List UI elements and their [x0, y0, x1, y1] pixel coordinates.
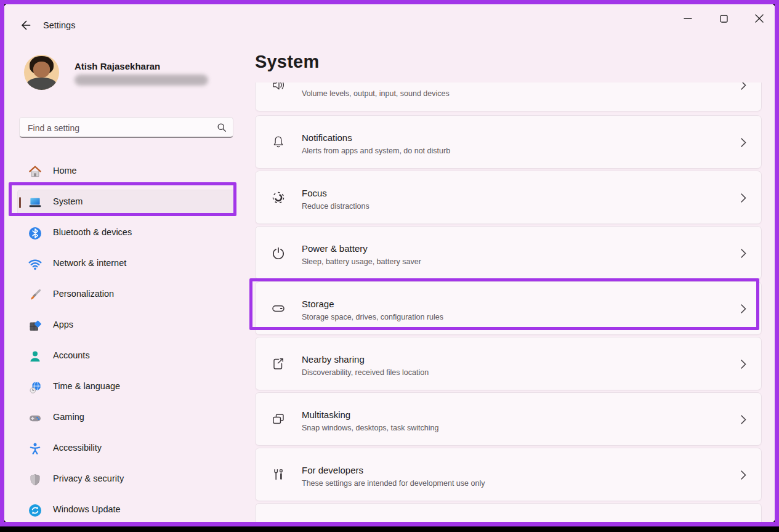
chevron-right-icon	[741, 138, 746, 147]
card-title: Focus	[302, 188, 327, 198]
card-subtitle: Alerts from apps and system, do not dist…	[302, 147, 450, 155]
sidebar-item-label: Home	[53, 166, 77, 175]
settings-card-storage[interactable]: Storage Storage space, drives, configura…	[255, 281, 762, 335]
avatar	[24, 55, 59, 90]
card-title: Multitasking	[302, 409, 350, 420]
sidebar-item-label: Personalization	[53, 289, 114, 299]
chevron-right-icon	[741, 83, 746, 90]
sidebar-item-label: Accessibility	[53, 443, 102, 453]
sidebar-item-gaming[interactable]: Gaming	[17, 405, 236, 431]
check-circle-icon	[270, 522, 286, 523]
chevron-right-icon	[741, 249, 746, 258]
sidebar-item-system[interactable]: System	[17, 190, 236, 216]
profile-name: Atish Rajasekharan	[75, 61, 160, 71]
card-subtitle: Storage space, drives, configuration rul…	[302, 313, 443, 321]
accessibility-icon	[28, 441, 42, 456]
selected-accent-bar	[19, 197, 21, 208]
profile-email-blurred	[75, 75, 208, 86]
card-subtitle: Volume levels, output, input, sound devi…	[302, 89, 450, 98]
settings-card-power-battery[interactable]: Power & battery Sleep, battery usage, ba…	[255, 226, 762, 280]
card-subtitle: Snap windows, desktops, task switching	[302, 424, 438, 432]
sidebar-item-label: Apps	[53, 320, 73, 329]
settings-card-multitasking[interactable]: Multitasking Snap windows, desktops, tas…	[255, 392, 762, 446]
sidebar-item-accounts[interactable]: Accounts	[17, 344, 236, 369]
share-icon	[270, 356, 286, 372]
search-box	[19, 117, 233, 138]
card-subtitle: Discoverability, received files location	[302, 368, 429, 377]
maximize-button[interactable]	[714, 10, 733, 27]
chevron-right-icon	[741, 415, 746, 424]
settings-screenshot: Settings Atish Rajasekharan Hom	[0, 0, 779, 532]
minimize-icon	[684, 14, 692, 23]
card-subtitle: Reduce distractions	[302, 202, 369, 211]
settings-window: Settings Atish Rajasekharan Hom	[4, 4, 775, 523]
settings-card-notifications[interactable]: Notifications Alerts from apps and syste…	[255, 115, 762, 169]
wifi-icon	[28, 257, 42, 272]
card-subtitle: These settings are intended for developm…	[302, 479, 485, 488]
sidebar-item-bluetooth-devices[interactable]: Bluetooth & devices	[17, 220, 236, 246]
card-title: Nearby sharing	[302, 354, 365, 365]
speaker-icon	[270, 83, 286, 93]
card-title: Power & battery	[302, 243, 368, 254]
card-title: Activation	[302, 520, 342, 523]
sidebar-item-privacy-security[interactable]: Privacy & security	[17, 467, 236, 493]
sidebar-item-label: Network & internet	[53, 258, 126, 268]
card-subtitle: Sleep, battery usage, battery saver	[302, 257, 421, 266]
sidebar-item-personalization[interactable]: Personalization	[17, 282, 236, 308]
drive-icon	[270, 300, 286, 316]
sidebar-item-label: Windows Update	[53, 504, 121, 514]
sidebar-item-label: Time & language	[53, 381, 120, 391]
card-title: Storage	[302, 299, 334, 309]
close-icon	[755, 14, 764, 23]
search-input[interactable]	[26, 119, 214, 137]
card-title: Notifications	[302, 132, 352, 143]
chevron-right-icon	[741, 470, 746, 480]
sidebar-item-label: Privacy & security	[53, 474, 124, 483]
settings-card-for-developers[interactable]: For developers These settings are intend…	[255, 448, 762, 501]
tools-icon	[270, 467, 286, 483]
sidebar-item-network-internet[interactable]: Network & internet	[17, 251, 236, 277]
bluetooth-icon	[28, 226, 42, 241]
settings-card-nearby-sharing[interactable]: Nearby sharing Discoverability, received…	[255, 337, 762, 390]
maximize-icon	[720, 15, 728, 23]
sidebar-item-time-language[interactable]: Time & language	[17, 374, 236, 400]
person-icon	[28, 349, 42, 364]
settings-card-sound[interactable]: Volume levels, output, input, sound devi…	[255, 83, 762, 111]
paintbrush-icon	[28, 288, 42, 302]
chevron-right-icon	[741, 360, 746, 369]
chevron-right-icon	[741, 304, 746, 313]
app-title: Settings	[43, 20, 75, 30]
sidebar-item-label: Bluetooth & devices	[53, 227, 132, 237]
power-icon	[270, 245, 286, 261]
sidebar-item-apps[interactable]: Apps	[17, 313, 236, 339]
settings-card-list[interactable]: Volume levels, output, input, sound devi…	[255, 83, 762, 523]
sidebar-item-accessibility[interactable]: Accessibility	[17, 436, 236, 462]
sidebar-item-home[interactable]: Home	[17, 159, 236, 185]
settings-card-focus[interactable]: Focus Reduce distractions	[255, 171, 762, 224]
sidebar-item-label: System	[53, 196, 83, 206]
multitask-icon	[270, 411, 286, 427]
chevron-right-icon	[741, 193, 746, 203]
sidebar-item-label: Gaming	[53, 412, 84, 422]
focus-ring-icon	[270, 190, 286, 206]
home-icon	[28, 164, 42, 179]
laptop-icon	[28, 195, 42, 210]
globe-clock-icon	[28, 380, 42, 395]
settings-card-activation[interactable]: Activation	[255, 503, 762, 523]
page-title: System	[255, 52, 319, 72]
update-arrows-icon	[28, 503, 42, 518]
back-button[interactable]	[18, 18, 32, 32]
close-button[interactable]	[750, 10, 769, 27]
shield-icon	[28, 472, 42, 487]
game-controller-icon	[28, 411, 42, 425]
minimize-button[interactable]	[679, 10, 697, 27]
sidebar-item-label: Accounts	[53, 350, 90, 360]
search-icon	[217, 123, 227, 132]
sidebar-item-windows-update[interactable]: Windows Update	[17, 498, 236, 523]
back-arrow-icon	[22, 22, 30, 30]
apps-grid-icon	[28, 318, 42, 333]
bell-icon	[270, 134, 286, 150]
card-title: For developers	[302, 465, 363, 475]
